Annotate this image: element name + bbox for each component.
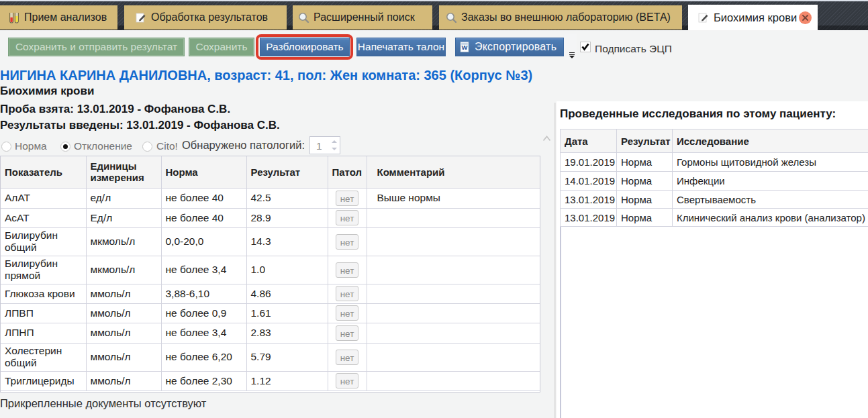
svg-text:W: W bbox=[462, 44, 468, 51]
